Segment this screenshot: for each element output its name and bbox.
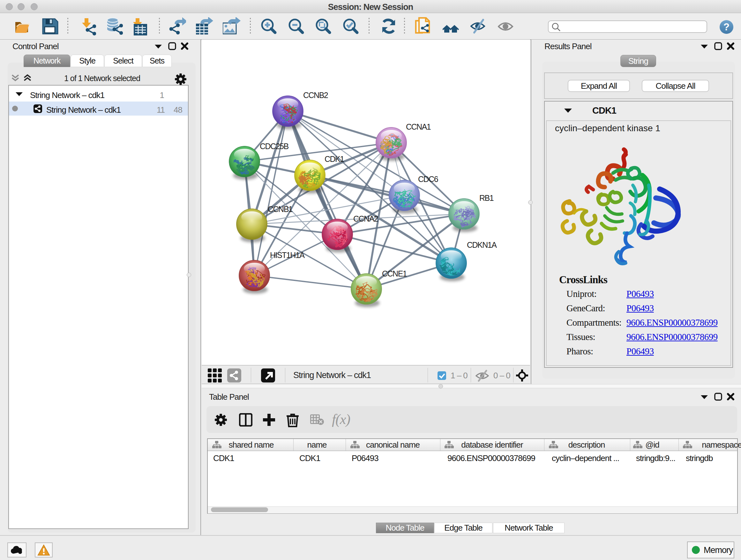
svg-text:CCNB2: CCNB2 xyxy=(303,91,328,100)
svg-text:CDKN1A: CDKN1A xyxy=(467,240,497,249)
svg-text:CDC25B: CDC25B xyxy=(260,142,288,151)
svg-text:CCNA1: CCNA1 xyxy=(406,122,431,131)
svg-text:CDC6: CDC6 xyxy=(418,175,438,184)
svg-text:RB1: RB1 xyxy=(479,193,494,202)
svg-text:CCNE1: CCNE1 xyxy=(382,269,407,278)
svg-text:?: ? xyxy=(724,21,730,33)
svg-text:CCNB1: CCNB1 xyxy=(268,205,293,213)
svg-text:HIST1H1A: HIST1H1A xyxy=(270,251,305,260)
svg-text:CCNA2: CCNA2 xyxy=(353,214,378,223)
svg-text:CDK1: CDK1 xyxy=(325,154,344,164)
